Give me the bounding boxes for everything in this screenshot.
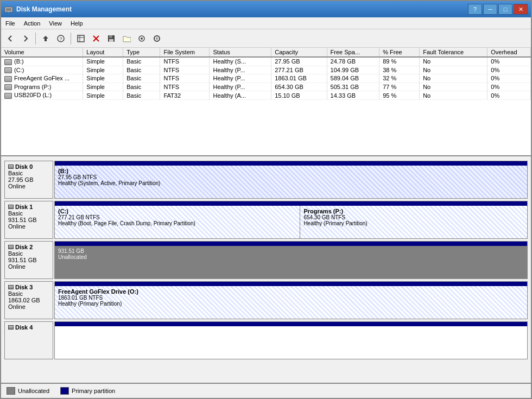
disk-name: Disk 2 (8, 244, 49, 250)
properties-button[interactable] (135, 31, 149, 46)
partition[interactable]: Programs (P:)654.30 GB NTFSHealthy (Prim… (300, 206, 527, 238)
menu-action[interactable]: Action (20, 19, 45, 28)
cell-fault: No (420, 57, 487, 66)
up-button[interactable] (39, 31, 53, 46)
window-icon (4, 5, 13, 14)
partition-info: Unallocated (58, 254, 524, 260)
drive-icon (4, 93, 12, 99)
disk-map-body: FreeAgent GoFlex Drive (O:)1863.01 GB NT… (55, 286, 527, 319)
svg-rect-5 (78, 35, 84, 42)
cell-fault: No (420, 66, 487, 74)
save-button[interactable] (104, 31, 118, 46)
menu-file[interactable]: File (1, 19, 20, 28)
cell-fault: No (420, 83, 487, 91)
disk-label: Disk 4 (4, 321, 53, 359)
cell-capacity: 15.10 GB (271, 91, 327, 100)
menu-help[interactable]: Help (66, 19, 87, 28)
col-pct[interactable]: % Free (379, 48, 420, 57)
cell-volume: (C:) (1, 66, 83, 74)
menu-view[interactable]: View (45, 19, 66, 28)
col-capacity[interactable]: Capacity (271, 48, 327, 57)
disk-name: Disk 1 (8, 204, 49, 210)
cell-free: 589.04 GB (327, 74, 379, 83)
cell-capacity: 27.95 GB (271, 57, 327, 66)
partition-size: 27.95 GB NTFS (58, 174, 524, 180)
title-bar: Disk Management ? ─ □ ✕ (1, 1, 531, 17)
col-layout[interactable]: Layout (83, 48, 123, 57)
cell-free: 104.99 GB (327, 66, 379, 74)
minimize-button[interactable]: ─ (483, 4, 497, 15)
col-volume[interactable]: Volume (1, 48, 83, 57)
cell-capacity: 654.30 GB (271, 83, 327, 91)
settings-button[interactable] (150, 31, 164, 46)
cell-free: 14.33 GB (327, 91, 379, 100)
disk-status: Online (8, 263, 49, 270)
partition[interactable]: 931.51 GBUnallocated (55, 246, 527, 278)
svg-point-10 (141, 37, 143, 40)
svg-rect-1 (6, 8, 11, 11)
col-fs[interactable]: File System (160, 48, 210, 57)
disk-map-body: (C:)277.21 GB NTFSHealthy (Boot, Page Fi… (55, 206, 527, 238)
disk-map: 931.51 GBUnallocated (54, 241, 528, 279)
cell-pct: 89 % (379, 57, 420, 66)
col-free[interactable]: Free Spa... (327, 48, 379, 57)
toolbar: ? (1, 29, 531, 48)
disk-row: Disk 1Basic931.51 GBOnline(C:)277.21 GB … (4, 201, 528, 239)
cell-pct: 38 % (379, 66, 420, 74)
cell-status: Healthy (P... (210, 74, 271, 83)
disk-label: Disk 1Basic931.51 GBOnline (4, 201, 53, 239)
disk-status: Online (8, 223, 49, 230)
svg-rect-7 (109, 35, 112, 38)
cell-overhead: 0% (487, 91, 531, 100)
partition[interactable]: (C:)277.21 GB NTFSHealthy (Boot, Page Fi… (55, 206, 300, 238)
table-row[interactable]: USB20FD (L:)SimpleBasicFAT32Healthy (A..… (1, 91, 531, 100)
open-button[interactable] (119, 31, 134, 46)
disk-label: Disk 2Basic931.51 GBOnline (4, 241, 53, 279)
disk-small-icon (8, 325, 14, 330)
cell-free: 24.78 GB (327, 57, 379, 66)
disk-name: Disk 0 (8, 163, 49, 170)
cell-fs: NTFS (160, 74, 210, 83)
disk-size: 931.51 GB (8, 257, 49, 263)
table-row[interactable]: FreeAgent GoFlex ...SimpleBasicNTFSHealt… (1, 74, 531, 83)
forward-button[interactable] (18, 31, 33, 46)
main-content: Volume Layout Type File System Status Ca… (1, 48, 531, 398)
cell-layout: Simple (83, 57, 123, 66)
close-button[interactable]: ✕ (514, 4, 528, 15)
disk-row: Disk 3Basic1863.02 GBOnlineFreeAgent GoF… (4, 281, 528, 319)
disk-type: Basic (8, 210, 49, 217)
disk-type: Basic (8, 170, 49, 176)
disk-map: (B:)27.95 GB NTFSHealthy (System, Active… (54, 161, 528, 199)
col-type[interactable]: Type (123, 48, 160, 57)
partition-size: 931.51 GB (58, 248, 524, 254)
cell-overhead: 0% (487, 83, 531, 91)
help-toolbar-button[interactable]: ? (54, 31, 68, 46)
partition-info: Healthy (System, Active, Primary Partiti… (58, 180, 524, 186)
cell-fs: FAT32 (160, 91, 210, 100)
table-row[interactable]: (C:)SimpleBasicNTFSHealthy (P...277.21 G… (1, 66, 531, 74)
restore-button[interactable]: □ (498, 4, 512, 15)
help-button[interactable]: ? (468, 4, 482, 15)
partition[interactable]: (B:)27.95 GB NTFSHealthy (System, Active… (55, 166, 527, 198)
delete-button[interactable] (89, 31, 103, 46)
cell-status: Healthy (A... (210, 91, 271, 100)
table-row[interactable]: (B:)SimpleBasicNTFSHealthy (S...27.95 GB… (1, 57, 531, 66)
legend-primary-label: Primary partition (72, 388, 115, 394)
cell-capacity: 277.21 GB (271, 66, 327, 74)
back-button[interactable] (3, 31, 17, 46)
table-row[interactable]: Programs (P:)SimpleBasicNTFSHealthy (P..… (1, 83, 531, 91)
cell-free: 505.31 GB (327, 83, 379, 91)
partition-size: 1863.01 GB NTFS (58, 295, 524, 301)
partition[interactable]: FreeAgent GoFlex Drive (O:)1863.01 GB NT… (55, 286, 527, 319)
cell-type: Basic (123, 74, 160, 83)
svg-text:?: ? (59, 36, 62, 42)
col-overhead[interactable]: Overhead (487, 48, 531, 57)
disk-map-header (55, 322, 527, 326)
col-fault[interactable]: Fault Tolerance (420, 48, 487, 57)
show-button[interactable] (74, 31, 88, 46)
svg-rect-8 (109, 39, 113, 42)
col-status[interactable]: Status (210, 48, 271, 57)
disk-type: Basic (8, 290, 49, 297)
disk-map-header (55, 161, 527, 166)
volume-table-section: Volume Layout Type File System Status Ca… (1, 48, 531, 156)
